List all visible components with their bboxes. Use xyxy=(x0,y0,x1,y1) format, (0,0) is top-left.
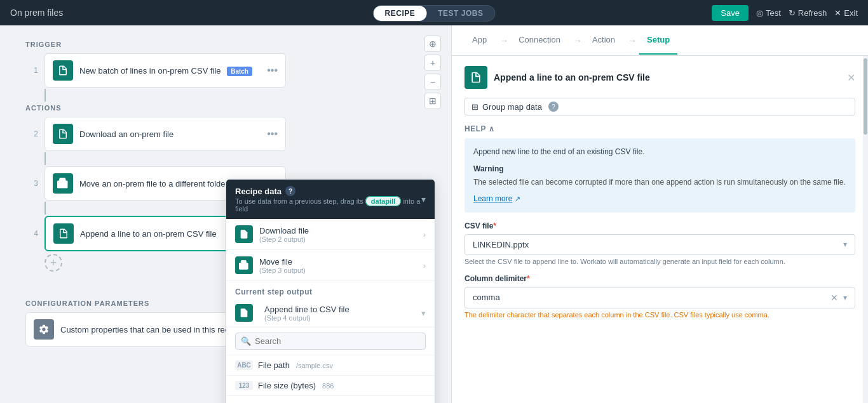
help-box: Append new line to the end of an existin… xyxy=(465,138,855,213)
save-button[interactable]: Save xyxy=(712,5,749,21)
group-map-btn[interactable]: ⊞ Group map data ? xyxy=(465,98,855,116)
popup-collapse-btn[interactable]: ▾ xyxy=(421,194,426,204)
delimiter-clear-btn[interactable]: ✕ xyxy=(831,293,838,303)
tab-setup[interactable]: Setup xyxy=(639,26,677,55)
test-action[interactable]: ◎ Test xyxy=(756,8,781,18)
file-path-item[interactable]: ABC File path /sample.csv xyxy=(226,355,435,376)
config-icon xyxy=(34,319,54,340)
popup-scroll-area: Download file (Step 2 output) › Move fil… xyxy=(226,219,435,403)
warning-label: Warning xyxy=(473,163,846,175)
popup-download-text: Download file (Step 2 output) xyxy=(259,226,309,243)
file-size-type: 123 xyxy=(235,381,253,390)
step-2-text: Download an on-prem file xyxy=(79,129,267,139)
right-scrollbar[interactable] xyxy=(863,56,868,403)
arrow-3: → xyxy=(628,36,637,46)
csv-dropdown-icon: ▾ xyxy=(843,240,847,249)
delimiter-hint: The delimiter character that separates e… xyxy=(465,311,855,319)
popup-move-text: Move file (Step 3 output) xyxy=(259,257,306,274)
tab-test-jobs[interactable]: TEST JOBS xyxy=(426,6,494,21)
delimiter-dropdown-icon: ▾ xyxy=(843,293,847,302)
step-3-icon xyxy=(53,173,73,194)
tab-action[interactable]: Action xyxy=(585,26,623,55)
current-output-label: Current step output xyxy=(226,281,435,299)
popup-header: Recipe data ? To use data from a previou… xyxy=(226,180,435,219)
search-box: 🔍 xyxy=(226,327,435,355)
step-2-icon xyxy=(53,124,73,144)
arrow-2: → xyxy=(573,36,582,46)
file-path-type: ABC xyxy=(235,360,253,370)
datapill-label: datapill xyxy=(365,196,402,206)
trigger-text: New batch of lines in on-prem CSV file B… xyxy=(79,66,267,76)
delimiter-select[interactable]: comma ✕ ▾ xyxy=(465,287,855,308)
test-icon: ◎ xyxy=(756,8,763,18)
file-size-item[interactable]: 123 File size (bytes) 886 xyxy=(226,376,435,396)
popup-expand-down[interactable]: ▾ xyxy=(421,308,426,318)
panel-close-btn[interactable]: ✕ xyxy=(847,72,855,84)
group-map-wrapper: ⊞ Group map data ? xyxy=(465,98,855,116)
exit-icon: ✕ xyxy=(834,8,841,18)
csv-required: * xyxy=(493,221,496,230)
step-num-4: 4 xyxy=(25,229,38,238)
search-icon: 🔍 xyxy=(241,336,251,346)
step-2-menu[interactable]: ••• xyxy=(267,128,278,140)
help-toggle[interactable]: HELP ∧ xyxy=(465,124,855,133)
main-layout: ⊕ + − ⊞ TRIGGER 1 New batch of lines in … xyxy=(0,25,868,403)
popup-output-append[interactable]: Append line to CSV file (Step 4 output) … xyxy=(226,299,435,327)
external-link-icon: ↗ xyxy=(515,195,520,202)
refresh-icon: ↻ xyxy=(789,8,796,18)
trigger-row: 1 New batch of lines in on-prem CSV file… xyxy=(25,53,426,88)
app-title: On prem files xyxy=(10,8,63,18)
right-panel: App → Connection → Action → Setup Append… xyxy=(451,25,868,403)
topbar-actions: Save ◎ Test ↻ Refresh ✕ Exit xyxy=(712,5,858,21)
csv-file-value: LINKEDIN.pptx xyxy=(473,240,529,249)
connector-3 xyxy=(44,202,46,215)
popup-step-move[interactable]: Move file (Step 3 output) › xyxy=(226,250,435,281)
step-num-2: 2 xyxy=(25,129,38,138)
warning-text: The selected file can become corrupted i… xyxy=(473,176,846,188)
popup-hint: To use data from a previous step, drag i… xyxy=(235,197,421,213)
step-2-row: 2 Download an on-prem file ••• xyxy=(25,117,426,151)
trigger-menu[interactable]: ••• xyxy=(267,65,278,76)
popup-download-icon xyxy=(235,225,253,243)
last-modified-item[interactable]: 🕐 Last modified time 2016-12-01T07:40:29… xyxy=(226,396,435,403)
tab-connection[interactable]: Connection xyxy=(511,26,568,55)
trigger-card[interactable]: New batch of lines in on-prem CSV file B… xyxy=(44,53,286,88)
learn-more-link[interactable]: Learn more xyxy=(473,194,512,203)
trigger-label: TRIGGER xyxy=(25,41,426,48)
delimiter-label: Column delimiter* xyxy=(465,274,855,283)
csv-file-label: CSV file* xyxy=(465,221,855,230)
tab-app[interactable]: App xyxy=(465,26,494,55)
help-section: HELP ∧ Append new line to the end of an … xyxy=(465,124,855,213)
popup-chevron-2: › xyxy=(423,261,426,270)
delimiter-value: comma xyxy=(473,293,500,302)
popup-append-icon xyxy=(235,304,253,322)
canvas-panel: ⊕ + − ⊞ TRIGGER 1 New batch of lines in … xyxy=(0,25,451,403)
group-map-help-icon[interactable]: ? xyxy=(548,102,559,112)
scrollbar-thumb xyxy=(864,58,867,135)
panel-title: Append a line to an on-prem CSV file xyxy=(494,72,650,83)
topbar: On prem files RECIPE TEST JOBS Save ◎ Te… xyxy=(0,0,868,25)
learn-more-wrapper: Learn more ↗ xyxy=(473,193,846,205)
batch-badge: Batch xyxy=(227,67,252,76)
arrow-1: → xyxy=(499,36,508,46)
recipe-popup: Recipe data ? To use data from a previou… xyxy=(226,179,435,403)
add-step-btn[interactable]: + xyxy=(44,254,62,272)
action-tabs: App → Connection → Action → Setup xyxy=(452,25,868,56)
tab-recipe[interactable]: RECIPE xyxy=(374,6,427,21)
search-wrapper: 🔍 xyxy=(235,333,426,350)
popup-step-download[interactable]: Download file (Step 2 output) › xyxy=(226,219,435,250)
search-input[interactable] xyxy=(255,336,420,346)
step-2-card[interactable]: Download an on-prem file ••• xyxy=(44,117,286,151)
delimiter-section: Column delimiter* comma ✕ ▾ The delimite… xyxy=(465,274,855,319)
step-num-trigger: 1 xyxy=(25,66,38,75)
trigger-icon xyxy=(53,60,73,81)
exit-action[interactable]: ✕ Exit xyxy=(834,8,858,18)
refresh-action[interactable]: ↻ Refresh xyxy=(789,8,827,18)
popup-append-text: Append line to CSV file (Step 4 output) xyxy=(264,305,349,322)
right-body: Append a line to an on-prem CSV file ✕ ⊞… xyxy=(452,56,868,403)
panel-big-icon xyxy=(465,66,487,89)
help-text: Append new line to the end of an existin… xyxy=(473,146,846,158)
popup-help-icon[interactable]: ? xyxy=(285,186,295,196)
recipe-tabs: RECIPE TEST JOBS xyxy=(373,5,496,22)
csv-file-select[interactable]: LINKEDIN.pptx ▾ xyxy=(465,234,855,255)
